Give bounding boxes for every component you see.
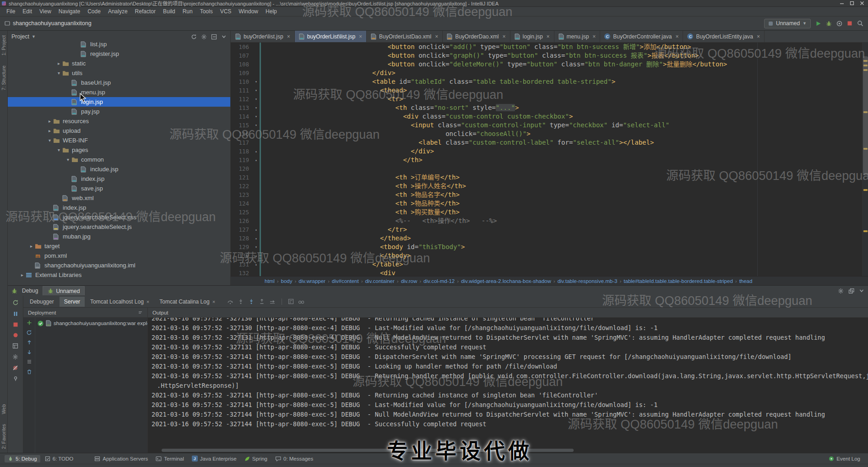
deployment-item[interactable]: shangchaohuiyuanguanlixitong:war explode… (38, 320, 147, 326)
project-tree-item[interactable]: web.xml (8, 193, 230, 203)
breakpoint-icon[interactable] (13, 332, 18, 338)
tool-window-button-favorites[interactable]: 2: Favorites (1, 424, 6, 449)
log-horizontal-scrollbar[interactable] (148, 448, 868, 453)
menu-item-run[interactable]: Run (179, 8, 196, 15)
project-tree-item[interactable]: ▾common (8, 155, 230, 164)
code-line[interactable]: 119▴ </th> (231, 156, 868, 164)
close-icon[interactable]: × (757, 33, 760, 40)
editor-tab[interactable]: buyOrderList\list.jsp× (295, 31, 367, 42)
menu-item-navigate[interactable]: Navigate (55, 8, 84, 15)
status-button-terminal[interactable]: Terminal (152, 455, 187, 462)
editor-tab[interactable]: BuyOrderListDao.xml× (367, 31, 443, 42)
menu-item-tools[interactable]: Tools (196, 8, 217, 15)
menu-item-help[interactable]: Help (262, 8, 281, 15)
code-line[interactable]: 124 <th >物品种类</th> (231, 199, 868, 208)
project-tree-item[interactable]: muban.jpg (8, 232, 230, 241)
code-editor[interactable]: 106 <button onclick="add()" type="button… (231, 43, 868, 276)
sync-icon[interactable] (191, 34, 197, 40)
code-line[interactable]: 132 <div (231, 269, 868, 276)
stop-icon[interactable] (847, 21, 852, 26)
project-tree-item[interactable]: mpom.xml (8, 251, 230, 261)
code-line[interactable]: 117 <label class="custom-control-label" … (231, 138, 868, 147)
chevron-right-icon[interactable]: ▸ (28, 244, 35, 249)
breadcrumb-item[interactable]: div#content (332, 278, 359, 284)
debug-tab-server[interactable]: Server (60, 297, 85, 307)
status-button-java-enterprise[interactable]: JJava Enterprise (189, 455, 240, 462)
code-line[interactable]: 128▴ </thead> (231, 234, 868, 243)
trash-icon[interactable] (27, 369, 32, 375)
breadcrumb-item[interactable]: div.wrapper (298, 278, 326, 284)
project-tree-item[interactable]: index.jsp (8, 203, 230, 212)
project-tree-item[interactable]: register.jsp (8, 49, 230, 59)
fold-marker-icon[interactable]: ▴ (253, 251, 260, 260)
breadcrumb-item[interactable]: html (265, 278, 275, 284)
code-line[interactable]: 120 (231, 164, 868, 173)
rerun-icon[interactable] (12, 299, 19, 306)
project-panel-title[interactable]: Project (11, 33, 29, 40)
force-step-into-icon[interactable] (248, 299, 255, 304)
code-line[interactable]: 131▴ </table> (231, 260, 868, 269)
project-tree-item[interactable]: ▾WEB-INF (8, 136, 230, 145)
code-line[interactable]: 122 <th >操作人姓名</th> (231, 182, 868, 190)
menu-item-edit[interactable]: Edit (19, 8, 36, 15)
debug-bug-icon[interactable] (826, 21, 832, 27)
breadcrumb-item[interactable]: div.row (401, 278, 418, 284)
project-tree-item[interactable]: list.jsp (8, 39, 230, 49)
menu-item-build[interactable]: Build (159, 8, 179, 15)
fold-marker-icon[interactable]: ▴ (253, 260, 260, 269)
breadcrumb-item[interactable]: div.col-md-12 (423, 278, 455, 284)
breadcrumb-item[interactable]: div.container (365, 278, 394, 284)
upload-icon[interactable] (27, 340, 32, 345)
close-icon[interactable]: × (146, 299, 149, 304)
restore-layout-icon[interactable] (12, 343, 18, 349)
editor-tab[interactable]: menu.jsp× (554, 31, 601, 42)
code-line[interactable]: 107 <button onclick="graph()" type="butt… (231, 51, 868, 60)
code-line[interactable]: 123 <th >物品名字</th> (231, 190, 868, 199)
close-icon[interactable]: × (359, 33, 362, 40)
fold-marker-icon[interactable]: ▾ (253, 95, 260, 103)
code-line[interactable]: 130▴ </tbody> (231, 251, 868, 260)
status-button-event-log[interactable]: Event Log (825, 455, 863, 462)
chevron-down-icon[interactable]: ▾ (46, 138, 53, 143)
project-tree-item[interactable]: include.jsp (8, 164, 230, 174)
project-tree-item[interactable]: ▸resources (8, 116, 230, 126)
code-line[interactable]: 106 <button onclick="add()" type="button… (231, 43, 868, 51)
fold-marker-icon[interactable]: ▾ (253, 103, 260, 112)
fold-marker-icon[interactable]: ▾ (253, 243, 260, 251)
deployment-tree[interactable]: shangchaohuiyuanguanlixitong:war explode… (35, 318, 147, 453)
close-icon[interactable]: × (503, 33, 506, 40)
close-icon[interactable]: × (592, 33, 596, 40)
scrollbar-thumb[interactable] (863, 56, 868, 175)
close-icon[interactable]: × (212, 299, 215, 304)
project-tree-item[interactable]: save.jsp (8, 184, 230, 193)
fold-marker-icon[interactable]: ▴ (253, 147, 260, 156)
editor-tab[interactable]: BuyOrderDao.xml× (443, 31, 510, 42)
list-icon[interactable] (27, 359, 32, 364)
gear-icon[interactable] (201, 34, 207, 40)
hide-icon[interactable] (221, 34, 227, 39)
editor-tab[interactable]: CBuyOrderListEntity.java× (683, 31, 765, 42)
search-icon[interactable] (857, 20, 863, 27)
stop-icon[interactable] (13, 322, 18, 327)
scrollbar-thumb[interactable] (162, 449, 574, 452)
tool-window-button-web[interactable]: Web (1, 404, 6, 414)
chevron-down-icon[interactable]: ▾ (55, 71, 62, 76)
step-out-icon[interactable] (259, 299, 265, 304)
code-line[interactable]: 112▾ <tr> (231, 95, 868, 103)
project-tree-item[interactable]: ▸upload (8, 126, 230, 136)
code-line[interactable]: 125 <th >购买数量</th> (231, 208, 868, 217)
status-button-spring[interactable]: Spring (241, 455, 271, 462)
menu-item-view[interactable]: View (36, 8, 55, 15)
project-tree-item[interactable]: index.jsp (8, 174, 230, 184)
float-icon[interactable] (848, 288, 854, 294)
evaluate-icon[interactable] (288, 299, 294, 304)
project-tree-item[interactable]: shangchaohuiyuanguanlixitong.iml (8, 261, 230, 270)
breadcrumb-item[interactable]: body (281, 278, 293, 284)
fold-marker-icon[interactable]: ▴ (253, 234, 260, 243)
chevron-right-icon[interactable]: ▸ (46, 119, 53, 124)
menu-item-window[interactable]: Window (235, 8, 262, 15)
editor-tab[interactable]: CBuyOrderController.java× (600, 31, 683, 42)
code-line[interactable]: 118▴ </div> (231, 147, 868, 156)
breadcrumb-item[interactable]: table#tableId.table.table-bordered.table… (624, 278, 732, 284)
breadcrumb-item[interactable]: div.table-responsive.mb-3 (558, 278, 618, 284)
